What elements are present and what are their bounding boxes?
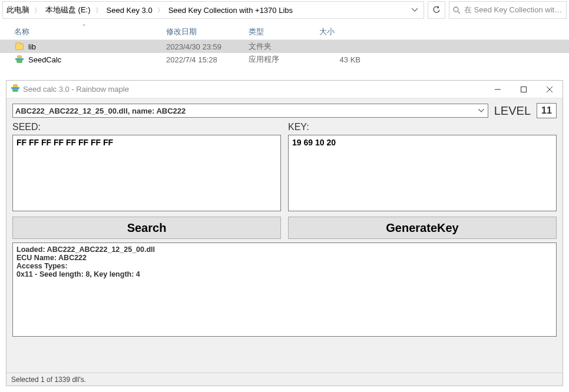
window-title: Seed calc 3.0 - Rainbow maple xyxy=(23,85,129,94)
svg-point-0 xyxy=(454,7,458,12)
file-date: 2023/4/30 23:59 xyxy=(166,42,249,51)
top-row: ABC222_ABC222_12_25_00.dll, name: ABC222… xyxy=(12,103,557,118)
seedcalc-window: Seed calc 3.0 - Rainbow maple ABC222_ABC… xyxy=(6,80,563,386)
app-body: ABC222_ABC222_12_25_00.dll, name: ABC222… xyxy=(6,98,563,373)
seed-panel: SEED: xyxy=(12,122,281,213)
app-icon xyxy=(11,84,19,94)
level-label: LEVEL xyxy=(494,104,531,118)
file-list-header: ˄ 名称 修改日期 类型 大小 xyxy=(0,24,569,40)
file-row-lib[interactable]: lib 2023/4/30 23:59 文件夹 xyxy=(0,40,569,53)
minimize-button[interactable] xyxy=(485,81,511,98)
file-name: SeedCalc xyxy=(28,55,166,64)
chevron-right-icon: 〉 xyxy=(31,6,44,15)
folder-icon xyxy=(14,44,25,50)
titlebar: Seed calc 3.0 - Rainbow maple xyxy=(6,81,563,98)
svg-line-1 xyxy=(458,11,460,14)
breadcrumb-segment[interactable]: 本地磁盘 (E:) xyxy=(44,2,92,18)
column-header-type[interactable]: 类型 xyxy=(249,26,319,37)
key-panel: KEY: xyxy=(288,122,557,213)
dll-select-value: ABC222_ABC222_12_25_00.dll, name: ABC222 xyxy=(15,107,186,115)
breadcrumb-segment[interactable]: 此电脑 xyxy=(5,2,31,18)
window-controls xyxy=(485,81,563,98)
column-header-size[interactable]: 大小 xyxy=(319,26,372,37)
column-header-date[interactable]: 修改日期 xyxy=(166,26,249,37)
seed-key-row: SEED: KEY: xyxy=(12,122,557,213)
seed-input[interactable] xyxy=(12,135,281,211)
maximize-button[interactable] xyxy=(511,81,537,98)
button-row: Search GenerateKey xyxy=(12,217,557,239)
app-icon xyxy=(14,55,25,64)
dll-select[interactable]: ABC222_ABC222_12_25_00.dll, name: ABC222 xyxy=(12,104,488,118)
explorer-search-input[interactable]: 在 Seed Key Collection wit… xyxy=(449,1,567,19)
file-explorer: 此电脑 〉 本地磁盘 (E:) 〉 Seed Key 3.0 〉 Seed Ke… xyxy=(0,0,569,77)
file-date: 2022/7/4 15:28 xyxy=(166,55,249,64)
file-row-seedcalc[interactable]: SeedCalc 2022/7/4 15:28 应用程序 43 KB xyxy=(0,53,569,66)
key-label: KEY: xyxy=(288,122,557,132)
breadcrumb-bar[interactable]: 此电脑 〉 本地磁盘 (E:) 〉 Seed Key 3.0 〉 Seed Ke… xyxy=(2,1,424,19)
key-output[interactable] xyxy=(288,135,557,211)
sort-indicator-icon: ˄ xyxy=(82,24,85,30)
chevron-down-icon[interactable] xyxy=(477,109,485,112)
breadcrumb-segment[interactable]: Seed Key Collection with +1370 Libs xyxy=(167,2,294,18)
status-bar: Selected 1 of 1339 dll's. xyxy=(6,373,563,386)
svg-rect-3 xyxy=(521,87,527,92)
refresh-button[interactable] xyxy=(428,1,445,19)
search-button[interactable]: Search xyxy=(12,217,281,239)
chevron-right-icon: 〉 xyxy=(154,6,167,15)
level-input[interactable]: 11 xyxy=(537,103,557,118)
generate-key-button[interactable]: GenerateKey xyxy=(288,217,557,239)
close-button[interactable] xyxy=(537,81,563,98)
file-type: 文件夹 xyxy=(249,41,319,52)
column-header-name[interactable]: 名称 xyxy=(14,26,166,37)
status-text: Selected 1 of 1339 dll's. xyxy=(11,376,86,384)
breadcrumb-segment[interactable]: Seed Key 3.0 xyxy=(105,2,154,18)
search-icon xyxy=(453,6,461,14)
chevron-right-icon: 〉 xyxy=(92,6,105,15)
file-size: 43 KB xyxy=(319,55,372,64)
address-row: 此电脑 〉 本地磁盘 (E:) 〉 Seed Key 3.0 〉 Seed Ke… xyxy=(0,0,569,19)
chevron-down-icon[interactable] xyxy=(408,8,421,12)
file-type: 应用程序 xyxy=(249,54,319,65)
log-output[interactable]: Loaded: ABC222_ABC222_12_25_00.dll ECU N… xyxy=(12,242,557,337)
seed-label: SEED: xyxy=(12,122,281,132)
search-placeholder: 在 Seed Key Collection wit… xyxy=(464,5,562,15)
file-name: lib xyxy=(28,42,166,51)
